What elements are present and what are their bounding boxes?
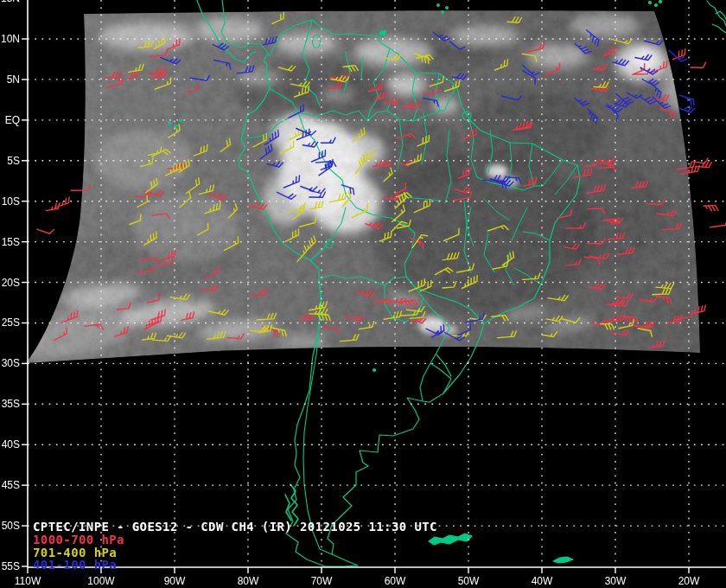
cape-verde-islands xyxy=(649,2,652,4)
product-title: CPTEC/INPE - GOES12 - CDW CH4 (IR) 20121… xyxy=(33,521,437,533)
lon-label: 50W xyxy=(458,575,480,587)
lat-label: 15N xyxy=(1,0,20,4)
galapagos-islands xyxy=(169,122,171,125)
lat-label: EQ xyxy=(5,114,20,126)
falkland-islands xyxy=(429,534,472,545)
satellite-map: 15N10N5NEQ5S10S15S20S25S30S35S40S45S50S5… xyxy=(0,0,726,588)
lat-label: 35S xyxy=(2,398,20,410)
lat-label: 45S xyxy=(2,479,20,491)
lat-label: 25S xyxy=(2,316,20,329)
wind-barb xyxy=(679,103,695,113)
lat-label: 30S xyxy=(2,357,20,369)
lat-label: 55S xyxy=(2,560,20,572)
lon-label: 70W xyxy=(311,575,333,587)
lat-label: 50S xyxy=(2,520,20,532)
lon-label: 20W xyxy=(678,575,700,587)
lat-label: 15S xyxy=(2,236,20,248)
wind-barb xyxy=(691,62,706,67)
lon-label: 90W xyxy=(164,575,186,587)
satellite-winds-screen: 15N10N5NEQ5S10S15S20S25S30S35S40S45S50S5… xyxy=(0,0,726,588)
lat-label: 10S xyxy=(2,195,20,208)
legend-mid-level: 701-400 hPa xyxy=(33,546,124,559)
lat-label: 5N xyxy=(7,74,20,86)
lat-label: 5S xyxy=(7,155,20,167)
pressure-legend: 1000-700 hPa 701-400 hPa 401-100 hPa xyxy=(33,534,124,572)
trinidad-island xyxy=(379,30,386,35)
wind-barb xyxy=(678,95,697,105)
south-georgia-island xyxy=(553,557,573,563)
lon-label: 40W xyxy=(532,575,553,587)
wind-barb xyxy=(37,224,54,234)
lon-label: 100W xyxy=(87,575,115,587)
legend-low-level: 1000-700 hPa xyxy=(33,534,124,546)
lat-label: 10N xyxy=(1,33,20,45)
legend-high-level: 401-100 hPa xyxy=(33,559,124,572)
lat-label: 40S xyxy=(2,438,20,451)
wind-barb xyxy=(710,220,726,227)
lon-label: 80W xyxy=(238,575,259,587)
lat-label: 20S xyxy=(2,277,20,289)
africa-coastline xyxy=(707,1,726,33)
wind-barb xyxy=(54,197,71,208)
lon-label: 60W xyxy=(385,575,406,587)
lon-label: 110W xyxy=(15,575,41,587)
lon-label: 30W xyxy=(605,575,627,587)
wind-barb xyxy=(704,205,718,211)
